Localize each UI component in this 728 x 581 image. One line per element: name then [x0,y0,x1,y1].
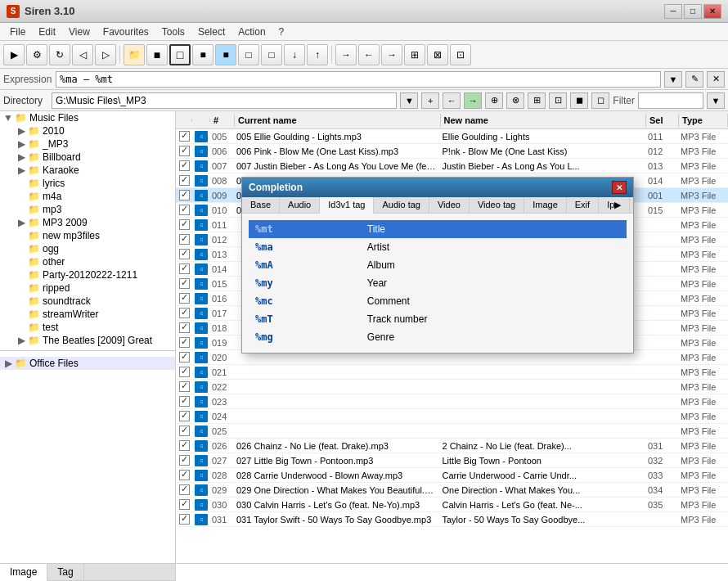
tree-item-other[interactable]: 📁 other [0,255,175,268]
directory-nav-4[interactable]: ⊗ [506,92,524,109]
folder-icon-other: 📁 [28,256,41,268]
directory-nav-5[interactable]: ⊞ [528,92,546,109]
directory-add-button[interactable]: + [421,92,439,109]
expression-edit-button[interactable]: ✎ [685,71,703,88]
minimize-button[interactable]: ─ [664,4,682,19]
directory-input[interactable] [52,92,397,109]
tree-label-party: Party-20120222-1211 [43,269,137,281]
dialog-close-button[interactable]: ✕ [612,181,627,194]
tree-item-party[interactable]: 📁 Party-20120222-1211 [0,268,175,281]
tree-item-lyrics[interactable]: 📁 lyrics [0,177,175,190]
tree-item-streamwriter[interactable]: 📁 streamWriter [0,308,175,321]
tree-item-2010[interactable]: ▶ 📁 2010 [0,124,175,137]
tb-btn-settings[interactable]: ⚙ [26,44,47,65]
tree-item-mp3-folder[interactable]: 📁 mp3 [0,203,175,216]
filter-browse-button[interactable]: ▼ [707,92,725,109]
dialog-tab-image[interactable]: Image [524,197,567,213]
tb-btn-refresh[interactable]: ↻ [49,44,70,65]
menu-favourites[interactable]: Favourites [97,23,155,40]
directory-browse-button[interactable]: ▼ [400,92,418,109]
menu-help[interactable]: ? [272,23,291,40]
completion-row-1[interactable]: %ma Artist [249,238,627,256]
tree-item-mp3-2009[interactable]: ▶ 📁 MP3 2009 [0,216,175,229]
tree-item-test[interactable]: 📁 test [0,321,175,334]
directory-nav-8[interactable]: ◻ [591,92,609,109]
tb-btn-back[interactable]: ◁ [72,44,93,65]
tree-item-karaoke[interactable]: ▶ 📁 Karaoke [0,164,175,177]
completion-row-5[interactable]: %mT Track number [249,310,627,328]
directory-nav-2[interactable]: → [464,92,482,109]
dialog-tab-video-tag[interactable]: Video tag [470,197,524,213]
dialog-tab-exif[interactable]: Exif [567,197,599,213]
completion-row-4[interactable]: %mc Comment [249,292,627,310]
dialog-tab-audio[interactable]: Audio [280,197,320,213]
completion-row-3[interactable]: %my Year [249,274,627,292]
tb-btn-1[interactable]: ▶ [3,44,25,65]
tree-toggle-billboard: ▶ [15,151,28,163]
dialog-tab-ip[interactable]: Ip▶ [599,197,630,213]
menu-tools[interactable]: Tools [155,23,191,40]
directory-nav-1[interactable]: ← [443,92,461,109]
tree-item-billboard[interactable]: ▶ 📁 Billboard [0,151,175,164]
tb-check-5[interactable]: □ [238,44,259,65]
tab-tag[interactable]: Tag [47,564,83,580]
tree-label-m4a: m4a [43,191,61,202]
tree-item-m4a[interactable]: 📁 m4a [0,190,175,203]
app-icon: S [7,5,20,18]
close-button[interactable]: ✕ [703,4,721,19]
expression-input[interactable] [56,71,661,88]
tb-btn-go[interactable]: → [335,44,357,65]
tb-check-4[interactable]: ■ [215,44,236,65]
directory-nav-3[interactable]: ⊕ [485,92,503,109]
tree-label-mp3-2009: MP3 2009 [43,217,88,228]
completion-row-2[interactable]: %mA Album [249,256,627,274]
tb-check-2[interactable]: □ [169,44,191,65]
tb-btn-down[interactable]: ↓ [284,44,305,65]
menu-select[interactable]: Select [191,23,231,40]
tree-item-ripped[interactable]: 📁 ripped [0,281,175,295]
bottom-tab-bar: Image Tag [0,564,175,581]
tree-item-beatles[interactable]: ▶ 📁 The Beatles [2009] Great [0,334,175,347]
file-tree: ▼ 📁 Music Files ▶ 📁 2010 ▶ 📁 _MP3 ▶ 📁 Bi… [0,111,176,563]
tb-btn-up[interactable]: ↑ [307,44,328,65]
completion-row-0[interactable]: %mt Title [249,220,627,238]
completion-row-6[interactable]: %mg Genre [249,328,627,346]
tb-btn-right2[interactable]: → [381,44,402,65]
directory-nav-6[interactable]: ⊡ [549,92,567,109]
tree-toggle-office: ▶ [2,358,15,369]
directory-nav-7[interactable]: ◼ [570,92,588,109]
filter-input[interactable] [638,92,703,109]
tb-btn-forward[interactable]: ▷ [95,44,116,65]
dialog-tab-id3v1[interactable]: Id3v1 tag [320,197,374,214]
tree-item-soundtrack[interactable]: 📁 soundtrack [0,295,175,308]
directory-bar: Directory ▼ + ← → ⊕ ⊗ ⊞ ⊡ ◼ ◻ Filter ▼ [0,90,728,111]
tree-item-office[interactable]: ▶ 📁 Office Files [0,357,175,370]
tb-check-1[interactable]: ■ [146,44,168,65]
menu-view[interactable]: View [62,23,97,40]
dialog-tab-video[interactable]: Video [429,197,470,213]
tree-label-new-mp3: new mp3files [43,230,100,241]
tb-btn-folder[interactable]: 📁 [124,44,145,65]
menu-edit[interactable]: Edit [32,23,62,40]
dialog-tab-audio-tag[interactable]: Audio tag [374,197,429,213]
tree-item-ogg[interactable]: 📁 ogg [0,242,175,255]
expression-browse-button[interactable]: ▼ [664,71,682,88]
tb-btn-left[interactable]: ← [358,44,380,65]
dialog-tab-base[interactable]: Base [242,197,280,213]
tree-root[interactable]: ▼ 📁 Music Files [0,111,175,124]
maximize-button[interactable]: □ [684,4,702,19]
tree-item-mp3[interactable]: ▶ 📁 _MP3 [0,137,175,151]
tree-item-new-mp3[interactable]: 📁 new mp3files [0,229,175,242]
menu-file[interactable]: File [3,23,32,40]
tb-check-3[interactable]: ■ [192,44,213,65]
folder-icon-office: 📁 [15,358,28,369]
tb-btn-stop[interactable]: ⊠ [427,44,448,65]
completion-code-3: %my [249,274,361,292]
menu-action[interactable]: Action [231,23,272,40]
expression-label: Expression [3,74,52,85]
tb-btn-pause[interactable]: ⊡ [450,44,471,65]
expression-clear-button[interactable]: ✕ [707,71,725,88]
tb-check-6[interactable]: □ [261,44,282,65]
tb-btn-filter[interactable]: ⊞ [404,44,425,65]
tab-image[interactable]: Image [0,564,47,581]
